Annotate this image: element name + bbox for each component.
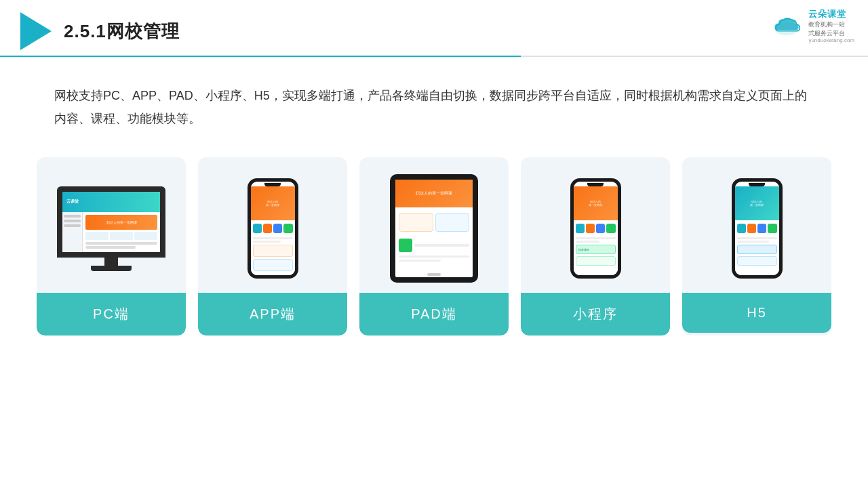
brand-tagline: 教育机构一站式服务云平台 [808,20,845,37]
card-pad-label: PAD端 [359,293,509,336]
brand-url: yunduoketang.com [808,37,854,43]
card-pc-label: PC端 [37,293,186,336]
miniprogram-phone-icon: 职达人的第一堂网课 推荐课程 [570,178,621,279]
card-app-label: APP端 [198,293,347,336]
platform-cards: 云课堂 职达人的第一堂网课 [34,157,834,336]
card-pad: 职达人的第一堂网课 P [359,157,509,336]
pad-tablet-icon: 职达人的第一堂网课 [390,174,478,283]
logo-triangle-icon [20,12,52,50]
brand-logo: 云朵课堂 教育机构一站式服务云平台 yunduoketang.com [770,8,854,43]
app-phone-icon: 职达人的第一堂网课 [248,178,298,279]
card-h5: 职达人的第一堂网课 [682,157,831,336]
brand-cloud-icon [770,14,803,38]
card-pad-image: 职达人的第一堂网课 [359,157,509,293]
h5-phone-icon: 职达人的第一堂网课 [732,178,783,279]
card-h5-image: 职达人的第一堂网课 [682,157,831,293]
header: 2.5.1网校管理 云朵课堂 教育机构一站式服务云平台 yunduoketang… [0,0,868,50]
card-app-image: 职达人的第一堂网课 [198,157,347,293]
card-miniprogram-image: 职达人的第一堂网课 推荐课程 [521,157,670,293]
header-divider [0,56,868,57]
page-title: 2.5.1网校管理 [64,20,180,43]
brand-name: 云朵课堂 [808,8,846,20]
card-miniprogram: 职达人的第一堂网课 推荐课程 [521,157,670,336]
card-miniprogram-label: 小程序 [521,293,670,336]
card-h5-label: H5 [682,293,831,333]
brand-text: 云朵课堂 教育机构一站式服务云平台 yunduoketang.com [808,8,854,43]
pc-monitor-icon: 云课堂 职达人的第一堂网课 [57,186,165,271]
card-app: 职达人的第一堂网课 [198,157,347,336]
description-text: 网校支持PC、APP、PAD、小程序、H5，实现多端打通，产品各终端自由切换，数… [54,84,814,130]
card-pc-image: 云课堂 职达人的第一堂网课 [37,157,186,293]
card-pc: 云课堂 职达人的第一堂网课 [37,157,186,336]
